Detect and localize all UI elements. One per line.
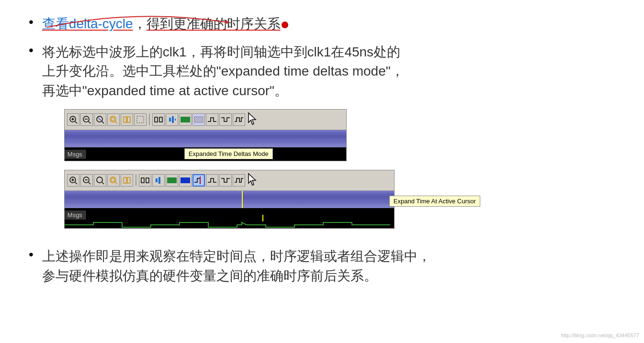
svg-rect-47 (167, 177, 177, 183)
svg-rect-14 (124, 117, 126, 122)
toolbar-screenshots: Expanded Time Deltas Mode Msgs (64, 109, 404, 229)
wave-style2-btn[interactable] (166, 113, 178, 126)
bullet-item-3: • 上述操作即是用来观察在特定时间点，时序逻辑或者组合逻辑中， 参与硬件模拟仿真… (29, 247, 615, 286)
svg-rect-41 (124, 177, 126, 183)
svg-marker-25 (249, 113, 256, 124)
bullet-text-1: 查看delta-cycle，得到更准确的时序关系 (42, 14, 288, 34)
main-content: • 查看delta-cycle，得到更准确的时序关系 • 将光标选中波形上的cl… (29, 14, 615, 286)
svg-rect-46 (158, 177, 160, 184)
svg-point-36 (97, 177, 102, 183)
t2-zoom-in-btn[interactable] (67, 174, 79, 187)
t2-wave8-btn[interactable] (233, 174, 245, 187)
t2-wave7-btn[interactable] (219, 174, 232, 187)
bullet-text-2: 将光标选中波形上的clk1，再将时间轴选中到clk1在45ns处的 上升变化沿。… (42, 43, 404, 238)
zoom-out-btn[interactable] (80, 113, 93, 126)
wave-style3-btn[interactable] (179, 113, 192, 126)
svg-rect-15 (127, 117, 130, 122)
bullet-dot-2: • (29, 41, 34, 59)
msgs-label-2: Msgs (65, 210, 86, 220)
red-dot-icon (282, 22, 288, 28)
select-btn[interactable] (134, 113, 147, 126)
t2-zoom-out-btn[interactable] (80, 174, 93, 187)
svg-line-30 (75, 182, 77, 184)
svg-rect-43 (141, 178, 144, 183)
svg-rect-40 (112, 178, 114, 181)
toolbar2-wrapper: Expand Time At Active Cursor Msgs (64, 170, 404, 229)
wave-style7-btn[interactable] (233, 113, 245, 126)
svg-rect-48 (181, 177, 190, 183)
watermark: http://blog.csdn.net/qq_43445577 (561, 332, 639, 338)
wave-style1-btn[interactable] (152, 113, 165, 126)
wave-style6-btn[interactable] (219, 113, 232, 126)
expand-time-cursor-btn[interactable] (192, 174, 205, 187)
svg-line-34 (89, 182, 90, 184)
t2-zoom-group-btn[interactable] (121, 174, 133, 187)
svg-line-12 (115, 122, 117, 123)
svg-line-10 (98, 118, 101, 121)
msgs-label-1: Msgs (65, 150, 86, 159)
bullet1-rest: 得到更准确的时序关系 (147, 16, 281, 31)
toolbar2-box: Expand Time At Active Cursor Msgs (64, 170, 395, 229)
expanded-time-deltas-tooltip: Expanded Time Deltas Mode (184, 148, 273, 159)
svg-rect-24 (194, 117, 203, 122)
t2-separator1 (136, 175, 136, 186)
bullet-dot-1: • (29, 12, 34, 31)
t2-wave2-btn[interactable] (152, 174, 165, 187)
zoom-cursor-btn[interactable] (107, 113, 120, 126)
svg-point-38 (110, 177, 116, 183)
svg-line-37 (102, 182, 104, 184)
svg-rect-17 (155, 117, 158, 122)
svg-rect-20 (172, 116, 174, 123)
svg-rect-18 (159, 117, 162, 122)
t2-wave4-btn[interactable] (179, 174, 192, 187)
toolbar1-wrapper: Expanded Time Deltas Mode Msgs (64, 109, 404, 161)
toolbar2-msgs-bar: Msgs (65, 208, 394, 221)
svg-rect-16 (137, 116, 144, 123)
wave-style4-btn[interactable] (192, 113, 205, 126)
expand-time-cursor-tooltip: Expand Time At Active Cursor (389, 196, 480, 207)
t2-mouse-cursor (246, 172, 259, 189)
zoom-group-btn[interactable] (121, 113, 133, 126)
bullet2-line2: 上升变化沿。选中工具栏处的"expanded time deltas mode"… (42, 62, 404, 81)
bullet3-line2: 参与硬件模拟仿真的硬件变量之间的准确时序前后关系。 (42, 266, 431, 286)
svg-rect-21 (175, 119, 176, 121)
toolbar2-top (65, 170, 394, 191)
toolbar1-box: Expanded Time Deltas Mode Msgs (64, 109, 347, 161)
svg-line-39 (115, 182, 117, 184)
green-waveform-bar (65, 221, 394, 228)
svg-rect-44 (146, 178, 149, 183)
cursor-line (242, 191, 243, 208)
t2-wave3-btn[interactable] (166, 174, 178, 187)
svg-marker-50 (249, 174, 256, 185)
separator1 (149, 114, 150, 125)
svg-rect-45 (156, 178, 158, 182)
t2-zoom-cursor-btn[interactable] (107, 174, 120, 187)
delta-cycle-link[interactable]: 查看delta-cycle (42, 16, 133, 31)
bullet-item-1: • 查看delta-cycle，得到更准确的时序关系 (29, 14, 615, 34)
svg-line-2 (75, 122, 77, 123)
svg-point-11 (110, 116, 116, 122)
bullet-text-3: 上述操作即是用来观察在特定时间点，时序逻辑或者组合逻辑中， 参与硬件模拟仿真的硬… (42, 247, 431, 286)
svg-rect-42 (127, 177, 130, 183)
toolbar1-waveform: Expanded Time Deltas Mode (65, 130, 346, 147)
svg-rect-22 (181, 117, 190, 122)
msgs-content-2 (86, 208, 394, 221)
bullet2-line3: 再选中"expanded time at active cursor"。 (42, 81, 404, 101)
bullet-dot-3: • (29, 245, 34, 264)
bullet2-line1: 将光标选中波形上的clk1，再将时间轴选中到clk1在45ns处的 (42, 43, 404, 62)
toolbar2-bottom: Msgs (65, 208, 394, 228)
toolbar2-waveform: Expand Time At Active Cursor (65, 191, 394, 208)
svg-line-9 (102, 122, 104, 123)
wave-style5-btn[interactable] (206, 113, 218, 126)
t2-wave6-btn[interactable] (206, 174, 218, 187)
t2-wave1-btn[interactable] (139, 174, 151, 187)
svg-rect-13 (112, 118, 114, 121)
t2-zoom-full-btn[interactable] (94, 174, 106, 187)
zoom-in-btn[interactable] (67, 113, 79, 126)
zoom-full-btn[interactable] (94, 113, 106, 126)
svg-rect-19 (169, 118, 171, 122)
bullet3-line1: 上述操作即是用来观察在特定时间点，时序逻辑或者组合逻辑中， (42, 247, 431, 266)
bullet1-comma: ， (133, 16, 147, 31)
svg-line-6 (89, 122, 90, 123)
toolbar1-top (65, 110, 346, 130)
